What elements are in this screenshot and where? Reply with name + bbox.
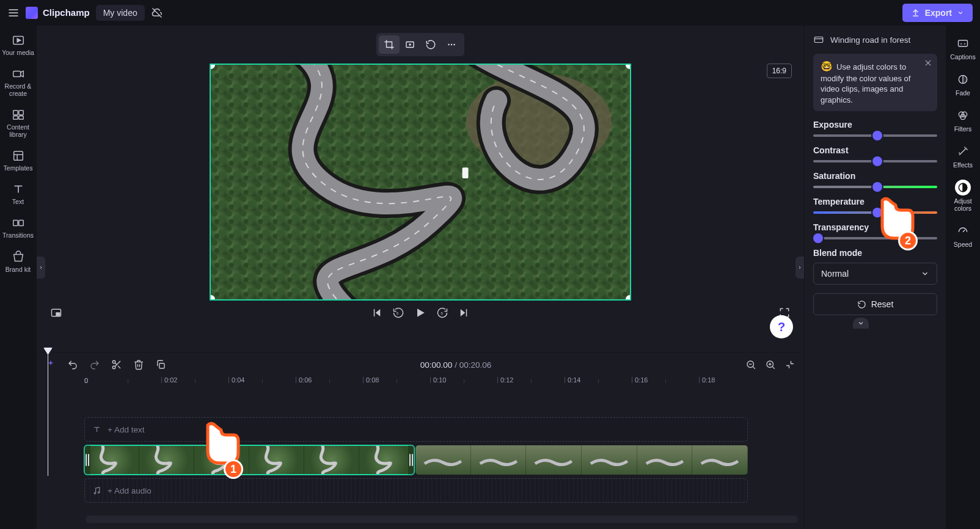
- contrast-slider[interactable]: Contrast: [813, 145, 937, 162]
- library-icon: [12, 108, 25, 122]
- resize-handle-br[interactable]: [626, 295, 631, 301]
- blend-mode-select[interactable]: Normal: [813, 263, 937, 285]
- timeline-toolbar: 00:00.00 / 00:20.06: [37, 352, 804, 377]
- skip-back-button[interactable]: [371, 307, 382, 318]
- zoom-in-button[interactable]: [764, 358, 777, 371]
- svg-point-52: [98, 491, 100, 493]
- rr-adjust-colors[interactable]: Adjust colors: [947, 176, 979, 216]
- selected-clip-header: Winding road in forest: [813, 34, 937, 45]
- templates-icon: [12, 149, 25, 162]
- clip-1-trim-left[interactable]: [84, 445, 90, 475]
- timeline-ruler[interactable]: 0 0:020:040:060:080:100:120:140:160:18: [46, 377, 804, 393]
- svg-line-45: [753, 367, 755, 368]
- tip-card: 🤓Use adjust colors to modify the color v…: [813, 54, 937, 111]
- rr-effects[interactable]: Effects: [947, 140, 979, 172]
- skip-back-icon: [371, 307, 382, 318]
- transparency-slider[interactable]: Transparency: [813, 222, 937, 239]
- preview-stage[interactable]: [210, 64, 631, 301]
- svg-rect-53: [814, 37, 823, 43]
- svg-line-41: [118, 366, 120, 368]
- svg-text:5: 5: [397, 312, 398, 315]
- redo-button[interactable]: [88, 358, 101, 371]
- text-icon: [92, 425, 101, 434]
- playhead[interactable]: [48, 348, 48, 476]
- svg-rect-12: [13, 151, 23, 161]
- temperature-slider[interactable]: Temperature: [813, 197, 937, 214]
- add-text-track[interactable]: + Add text: [84, 417, 748, 442]
- svg-rect-15: [13, 221, 17, 226]
- magic-tool[interactable]: [44, 358, 57, 371]
- skip-forward-button[interactable]: [458, 307, 469, 318]
- svg-point-19: [448, 44, 449, 45]
- timeline-scrollbar[interactable]: [86, 516, 798, 523]
- rr-filters[interactable]: Filters: [947, 104, 979, 136]
- chevron-down-icon: [957, 9, 964, 16]
- duplicate-button[interactable]: [154, 358, 167, 371]
- rail-brand-kit[interactable]: Brand kit: [1, 247, 35, 276]
- reset-icon: [857, 300, 866, 309]
- rail-content-library[interactable]: Content library: [1, 105, 35, 141]
- brandkit-icon: [12, 250, 25, 264]
- picture-in-picture-button[interactable]: [50, 307, 62, 319]
- clipchamp-logo-icon: [26, 7, 38, 19]
- fit-button[interactable]: [400, 35, 420, 54]
- rail-your-media[interactable]: Your media: [1, 31, 35, 59]
- rewind-button[interactable]: 5: [392, 307, 404, 319]
- center-pane: 16:9: [37, 26, 804, 529]
- svg-rect-9: [18, 111, 23, 115]
- props-collapse-button[interactable]: [795, 257, 804, 279]
- reset-button[interactable]: Reset: [813, 293, 937, 315]
- cloud-off-icon[interactable]: [151, 7, 163, 19]
- forward-button[interactable]: 5: [436, 307, 448, 319]
- zoom-fit-button[interactable]: [783, 358, 797, 371]
- rotate-button[interactable]: [420, 35, 441, 54]
- undo-button[interactable]: [66, 358, 79, 371]
- clip-2[interactable]: [415, 445, 748, 475]
- forward-icon: 5: [436, 307, 448, 319]
- rr-fade[interactable]: Fade: [947, 68, 979, 100]
- play-icon: [414, 307, 426, 319]
- play-button[interactable]: [414, 307, 426, 319]
- rail-text[interactable]: Text: [1, 180, 35, 208]
- tip-close-button[interactable]: [924, 59, 932, 70]
- help-button[interactable]: ?: [770, 315, 793, 338]
- clip-1-selected[interactable]: [84, 445, 414, 475]
- svg-point-21: [453, 44, 455, 45]
- delete-button[interactable]: [132, 358, 145, 371]
- add-audio-track[interactable]: + Add audio: [84, 478, 748, 503]
- props-expand-down[interactable]: [853, 318, 869, 329]
- clip-icon: [813, 34, 824, 45]
- more-button[interactable]: [441, 35, 462, 54]
- rr-speed[interactable]: Speed: [947, 219, 979, 252]
- svg-marker-5: [17, 38, 21, 42]
- music-icon: [92, 486, 101, 495]
- clip-1-trim-right[interactable]: [408, 445, 414, 475]
- undo-icon: [67, 359, 78, 370]
- aspect-ratio-badge[interactable]: 16:9: [767, 64, 792, 78]
- pip-icon: [50, 307, 62, 319]
- trash-icon: [133, 359, 144, 370]
- rr-captions[interactable]: Captions: [947, 32, 979, 64]
- split-button[interactable]: [110, 358, 123, 371]
- rewind-icon: 5: [392, 307, 404, 319]
- rail-record-create[interactable]: Record & create: [1, 64, 35, 100]
- filters-icon: [957, 109, 969, 122]
- project-title[interactable]: My video: [96, 5, 145, 21]
- duplicate-icon: [155, 359, 166, 370]
- exposure-slider[interactable]: Exposure: [813, 120, 937, 137]
- svg-rect-43: [159, 363, 164, 368]
- chevron-down-icon: [921, 269, 929, 278]
- tracks-area: + Add text + Add au: [37, 393, 804, 512]
- preview-pane: 16:9: [37, 26, 804, 352]
- hamburger-menu-icon[interactable]: [7, 7, 20, 19]
- svg-point-51: [94, 492, 96, 494]
- export-button[interactable]: Export: [902, 4, 973, 22]
- crop-button[interactable]: [379, 35, 400, 54]
- video-track: [84, 445, 748, 475]
- rail-templates[interactable]: Templates: [1, 146, 35, 175]
- rail-transitions[interactable]: Transitions: [1, 213, 35, 242]
- saturation-slider[interactable]: Saturation: [813, 171, 937, 188]
- zoom-out-button[interactable]: [744, 358, 758, 371]
- svg-marker-34: [417, 308, 425, 316]
- sparkle-icon: [45, 359, 56, 370]
